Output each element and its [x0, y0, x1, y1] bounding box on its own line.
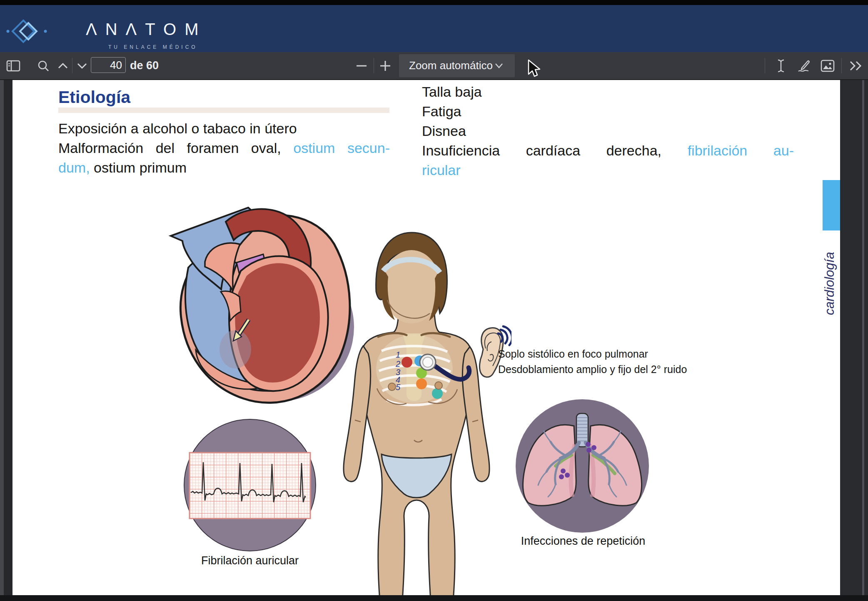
draw-tool-button[interactable] [794, 52, 814, 79]
etiology-line-2-black: Malformación del foramen oval, [58, 140, 281, 156]
etiology-line-3-black: ostium primum [94, 160, 187, 175]
left-arm [344, 346, 371, 481]
zoom-out-button[interactable] [352, 52, 371, 79]
text-cursor-icon [777, 59, 785, 73]
symptom-ricular[interactable]: ricular [422, 160, 461, 180]
symptom-insuficiencia: Insuficiencia cardíaca derecha, fibrilac… [422, 141, 794, 160]
toolbar-divider [72, 58, 72, 73]
window-top-edge [0, 0, 868, 5]
chevron-up-icon [57, 63, 68, 69]
patient-figure-illustration: 1 2 3 4 5 [337, 228, 500, 601]
symptom-insuficiencia-black: Insuficiencia cardíaca derecha, [422, 143, 661, 158]
ecg-caption: Fibrilación auricular [175, 554, 325, 567]
section-title-highlight [58, 108, 389, 113]
anatom-logo-icon [6, 16, 47, 46]
zoom-select-label: Zoom automático [409, 59, 493, 72]
page-count-label: de 60 [130, 52, 159, 79]
etiology-line-3: dum, ostium primum [58, 158, 187, 178]
text-selection-tool-button[interactable] [771, 52, 791, 79]
double-chevron-right-icon [849, 61, 863, 71]
search-icon [37, 60, 50, 72]
svg-text:1: 1 [396, 350, 400, 359]
dropdown-chevron-icon [495, 63, 503, 68]
lungs-circle-illustration [512, 396, 654, 538]
auscultation-finding-2: Desdoblamiento amplio y fijo del 2° ruid… [498, 363, 687, 376]
zoom-in-button[interactable] [376, 52, 394, 79]
chapter-tab-label: cardiología [822, 252, 837, 315]
auscultation-point-tricuspid [416, 378, 427, 389]
lungs-caption: Infecciones de repetición [491, 535, 675, 548]
section-title: Etiología [58, 88, 130, 107]
auscultation-point-mitral [432, 388, 443, 399]
pdf-viewer-window: Etiología Exposición a alcohol o tabaco … [0, 0, 868, 601]
chapter-tab-marker [823, 180, 841, 230]
svg-text:2: 2 [395, 359, 400, 368]
nipple-left [388, 383, 396, 391]
symptom-fatiga: Fatiga [422, 102, 461, 121]
more-tools-button[interactable] [846, 52, 866, 79]
etiology-line-3-link[interactable]: dum, [58, 160, 90, 175]
brand-name: ΛNΛTOM [86, 20, 207, 39]
symptom-fibrilacion-link[interactable]: fibrilación au- [688, 143, 794, 158]
add-image-tool-button[interactable] [817, 52, 838, 79]
previous-page-button[interactable] [54, 52, 72, 79]
toolbar-divider [374, 58, 374, 73]
auscultation-finding-1: Soplo sistólico en foco pulmonar [498, 348, 648, 360]
chevron-down-icon [77, 63, 87, 69]
rib-numbers: 1 2 3 4 5 [395, 350, 401, 392]
toolbar-divider [841, 58, 842, 73]
sidebar-toggle-button[interactable] [2, 52, 24, 79]
svg-text:5: 5 [396, 383, 401, 392]
auscultation-point-aortic [402, 357, 412, 368]
scrollbar[interactable] [862, 79, 864, 601]
pen-icon [797, 59, 811, 73]
page-number-input[interactable] [91, 57, 126, 73]
search-button[interactable] [33, 52, 53, 79]
next-page-button[interactable] [73, 52, 91, 79]
etiology-line-1: Exposición a alcohol o tabaco in útero [58, 119, 297, 138]
brand-tagline: TU ENLACE MÉDICO [108, 44, 198, 50]
nipple-right [435, 382, 442, 389]
toolbar-divider [765, 58, 765, 73]
heart-cross-section-illustration [162, 204, 354, 413]
ecg-circle-illustration [181, 417, 319, 554]
brand-header: ΛNΛTOM TU ENLACE MÉDICO [0, 5, 868, 52]
symptom-disnea: Disnea [422, 121, 466, 141]
viewer-left-gutter [4, 79, 12, 601]
sidebar-toggle-icon [6, 60, 20, 72]
window-left-edge [0, 79, 4, 601]
image-icon [821, 60, 835, 72]
etiology-line-2: Malformación del foramen oval, ostium se… [58, 138, 390, 158]
mouse-cursor [527, 59, 541, 78]
window-bottom-edge [0, 595, 868, 601]
plus-icon [380, 61, 390, 71]
etiology-line-2-link[interactable]: ostium secun- [293, 140, 390, 156]
zoom-select[interactable]: Zoom automático [399, 54, 515, 77]
symptom-talla-baja: Talla baja [422, 82, 482, 102]
minus-icon [357, 65, 367, 67]
pdf-toolbar: de 60 Zoom automático [0, 52, 868, 80]
